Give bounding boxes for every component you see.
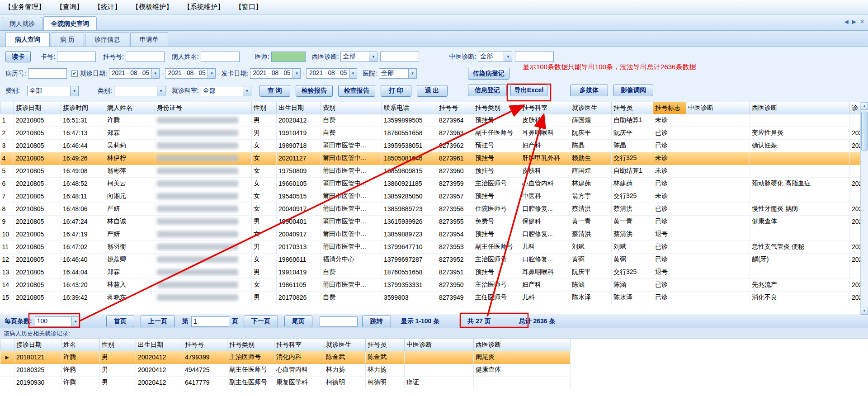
col-reg-flag[interactable]: 挂号标志 [653,102,686,114]
next-page-button[interactable]: 下一页 [244,316,278,327]
col-doctor[interactable]: 就诊医生 [570,102,612,114]
table-row[interactable]: 14 20210805 16:43:20 林慧入 女 19861105 莆田市医… [0,278,861,291]
hist-col-reg-category[interactable]: 挂号类别 [227,339,274,351]
prev-page-button[interactable]: 上一页 [141,316,175,327]
info-register-button[interactable]: 信息登记 [468,85,507,96]
visit-date-from[interactable]: 2021 - 08 - 05 ▼ [109,68,160,79]
col-fee-type[interactable]: 费别 [321,102,382,114]
menu-item[interactable]: 【窗口】 [235,3,262,11]
hospital-select[interactable]: 全部 ▼ [379,68,417,79]
query-button[interactable]: 查 询 [259,85,290,97]
table-row[interactable]: 15 20210805 16:39:42 蒋晓东 男 20170826 自费 3… [0,291,861,304]
menu-item[interactable]: 【统计】 [94,3,121,11]
hist-col-tcm-diagnosis[interactable]: 中医诊断 [405,339,474,351]
jump-button[interactable]: 跳转 [362,316,391,327]
reg-no-input[interactable] [126,52,165,62]
table-row[interactable]: 6 20210805 16:48:52 柯美云 女 19660105 莆田市医管… [0,177,861,190]
col-reg-number[interactable]: 挂号号 [437,102,473,114]
visit-date-to[interactable]: 2021 - 08 - 05 ▼ [165,68,216,79]
table-row[interactable]: 3 20210805 16:46:44 吴莉莉 女 19890718 莆田市医管… [0,139,861,152]
tab-scroll-right-icon[interactable]: ▶ [852,19,856,25]
sub-tab[interactable]: 病人查询 [5,32,50,47]
issue-date-to[interactable]: 2021 - 08 - 05 ▼ [307,68,357,79]
hist-col-doctor[interactable]: 就诊医生 [324,339,366,351]
history-row[interactable]: 20190930 许腾 男 20020412 6417779 副主任医师号 康复… [0,376,571,389]
col-western-diagnosis[interactable]: 西医诊断 [750,102,850,114]
table-row[interactable]: 1 20210805 16:51:31 许腾 男 20020412 自费 135… [0,114,861,127]
chevron-down-icon[interactable]: ▼ [369,52,377,61]
col-gender[interactable]: 性别 [252,102,277,114]
table-row[interactable]: 9 20210805 16:47:24 林自诚 男 19900401 莆田市医管… [0,215,861,228]
exit-button[interactable]: 退 出 [417,85,448,97]
western-diag-select[interactable]: 全部 ▼ [340,52,377,62]
read-card-button[interactable]: 读卡 [5,51,31,62]
last-page-button[interactable]: 尾页 [284,316,312,327]
visit-date-checkbox[interactable]: ✔ [71,71,78,77]
image-view-button[interactable]: 影像调阅 [613,85,653,96]
table-row[interactable]: 8 20210805 16:48:06 严妍 女 20040917 莆田市医管中… [0,203,861,215]
chevron-down-icon[interactable]: ▼ [151,69,159,78]
menu-item[interactable]: 【模板维护】 [132,3,173,11]
chevron-down-icon[interactable]: ▼ [208,69,215,78]
history-row[interactable]: 20180325 许腾 男 20020412 4944725 副主任医师号 心血… [0,363,571,376]
chevron-down-icon[interactable]: ▼ [349,69,357,78]
exam-report-button[interactable]: 检查报告 [338,85,375,97]
chevron-down-icon[interactable]: ▼ [243,86,251,96]
scroll-up-icon[interactable]: ▲ [861,102,868,110]
col-id-number[interactable]: 身份证号 [155,102,252,114]
export-excel-button[interactable]: 导出Excel [510,85,547,96]
table-row[interactable]: 12 20210805 16:46:40 姚荔卿 女 19860611 福清分中… [0,253,861,266]
menu-item[interactable]: 【业务管理】 [5,3,45,11]
vertical-scrollbar[interactable]: ▲ ▼ [860,102,868,315]
table-row[interactable]: 5 20210805 16:49:08 翁彬萍 女 19750809 莆田市医管… [0,165,861,177]
col-birth-date[interactable]: 出生日期 [277,102,321,114]
patient-name-input[interactable] [201,52,240,62]
first-page-button[interactable]: 首页 [106,316,134,327]
lab-report-button[interactable]: 检验报告 [296,85,333,97]
card-no-input[interactable] [57,52,96,62]
col-tcm-diagnosis[interactable]: 中医诊断 [686,102,750,114]
table-row[interactable]: 2 20210805 16:47:13 郑霖 男 19910419 自费 187… [0,127,861,139]
fee-type-select[interactable]: 全部 ▼ [27,86,79,96]
col-reg-dept[interactable]: 挂号科室 [520,102,570,114]
western-diag-input[interactable] [380,52,419,62]
table-row[interactable]: 13 20210805 16:44:04 郑霖 男 19910419 自费 18… [0,266,861,278]
table-row[interactable]: 11 20210805 16:47:02 翁羽衡 男 20170313 莆田市医… [0,240,861,253]
hist-col-reg-dept[interactable]: 挂号科室 [274,339,324,351]
col-reg-category[interactable]: 挂号类别 [473,102,520,114]
menu-item[interactable]: 【查询】 [56,3,83,11]
doctor-input[interactable] [271,52,306,62]
category-select[interactable]: ▼ [114,86,165,96]
chinese-diag-select[interactable]: 全部 ▼ [478,52,512,62]
record-no-input[interactable] [28,68,67,79]
scroll-down-icon[interactable]: ▼ [861,307,868,315]
hist-col-registrar[interactable]: 挂号员 [366,339,405,351]
hist-col-western-diagnosis[interactable]: 西医诊断 [474,339,571,351]
col-phone[interactable]: 联系电话 [382,102,437,114]
col-visit-time[interactable]: 接诊时间 [61,102,105,114]
sub-tab[interactable]: 病 历 [51,32,84,47]
table-row[interactable]: 4 20210805 16:49:26 林伊柠 女 20201127 莆田市医管… [0,152,861,165]
dept-select[interactable]: 全部 ▼ [201,86,251,96]
tab-scroll-left-icon[interactable]: ◀ [844,19,848,25]
per-page-select[interactable]: 100 ▼ [35,316,80,327]
page-number-input[interactable] [191,316,229,327]
window-tab[interactable]: 全院病史查询 [43,16,97,30]
tab-close-icon[interactable]: ✕ [860,19,864,25]
chevron-down-icon[interactable]: ▼ [70,86,78,96]
infectious-register-button[interactable]: 传染病登记 [468,68,509,80]
hist-col-gender[interactable]: 性别 [100,339,136,351]
jump-page-input[interactable] [320,316,358,327]
scrollbar-thumb[interactable] [861,112,868,151]
chevron-down-icon[interactable]: ▼ [292,69,300,78]
col-visit-date[interactable]: 接诊日期 [14,102,61,114]
chevron-down-icon[interactable]: ▼ [408,69,416,78]
hist-col-name[interactable]: 姓名 [61,339,100,351]
chevron-down-icon[interactable]: ▼ [504,52,512,61]
chevron-down-icon[interactable]: ▼ [157,86,165,96]
multimedia-button[interactable]: 多媒体 [570,85,608,96]
history-row[interactable]: ▶ 20180121 许腾 男 20020412 4799399 主治医师号 消… [0,351,571,363]
table-row[interactable]: 10 20210805 16:47:19 严妍 女 20040917 莆田市医管… [0,228,861,240]
col-registrar[interactable]: 挂号员 [612,102,653,114]
table-row[interactable]: 7 20210805 16:48:11 向湘元 女 19540515 莆田市医管… [0,190,861,203]
